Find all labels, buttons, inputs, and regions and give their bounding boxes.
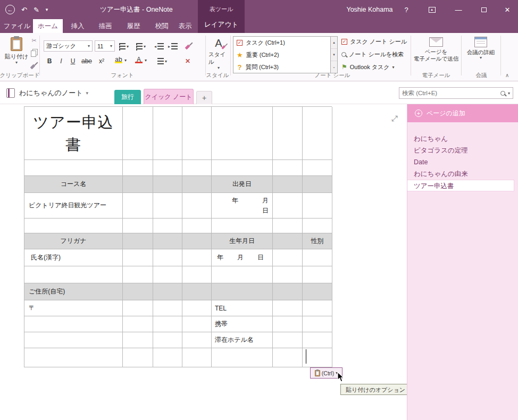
bold-button[interactable]: B [45, 56, 54, 66]
table-cell[interactable] [212, 283, 273, 300]
table-cell[interactable] [303, 332, 332, 348]
table-cell[interactable] [123, 316, 153, 332]
font-name-select[interactable]: 游ゴシック ▾ [44, 40, 93, 52]
table-cell[interactable] [182, 219, 212, 233]
search-icon[interactable] [500, 91, 505, 96]
numbered-list-button[interactable]: ▾ [136, 41, 146, 52]
tour-form-table[interactable]: ツアー申込書 コース名 出発日 ビクトリア終日観光ツアー 年 月 日 [24, 106, 332, 367]
indent-button[interactable]: ▸ [168, 41, 178, 52]
table-cell[interactable] [303, 107, 332, 160]
table-cell[interactable] [182, 300, 212, 316]
styles-button[interactable]: A スタイル ▾ [208, 35, 229, 73]
tab-home[interactable]: ホーム [33, 19, 63, 33]
table-cell[interactable] [182, 193, 212, 219]
table-cell[interactable] [303, 249, 332, 266]
table-cell[interactable] [153, 283, 182, 300]
search-input[interactable] [402, 90, 498, 96]
table-cell[interactable] [153, 219, 182, 233]
email-page-button[interactable]: ページを 電子メールで送信 [413, 35, 459, 62]
table-cell[interactable] [123, 300, 153, 316]
tab-file[interactable]: ファイル [3, 19, 31, 33]
course-value-cell[interactable]: ビクトリア終日観光ツアー [24, 193, 123, 219]
strikethrough-button[interactable]: abe [80, 56, 94, 66]
table-cell[interactable] [182, 233, 212, 249]
table-cell[interactable] [182, 316, 212, 332]
tab-history[interactable]: 履歴 [120, 19, 147, 33]
table-cell[interactable] [182, 107, 212, 160]
page-canvas[interactable]: ⤢ ツアー申込書 コース名 出発日 ビクトリア終日観光ツアー 年 月 [0, 104, 407, 420]
font-color-button[interactable]: A ▾ [134, 55, 147, 65]
maximize-button[interactable] [472, 0, 496, 19]
tel-label-cell[interactable]: TEL [212, 300, 273, 316]
paste-button[interactable]: 貼り付け ▾ [4, 35, 29, 73]
outdent-button[interactable]: ◂ [154, 41, 164, 52]
gallery-more-icon[interactable]: ⌄ [331, 61, 337, 73]
table-cell[interactable] [24, 219, 123, 233]
tab-draw[interactable]: 描画 [93, 19, 118, 33]
table-cell[interactable] [182, 283, 212, 300]
table-cell[interactable] [123, 160, 153, 176]
name-label-cell[interactable]: 氏名(漢字) [24, 249, 123, 266]
table-cell[interactable] [273, 176, 303, 193]
table-cell[interactable] [182, 160, 212, 176]
table-cell[interactable] [24, 348, 123, 367]
minimize-button[interactable]: — [447, 0, 470, 19]
superscript-button[interactable]: x² [97, 56, 106, 66]
hotel-label-cell[interactable]: 滞在ホテル名 [212, 332, 273, 348]
table-cell[interactable] [303, 300, 332, 316]
touch-mode-icon[interactable]: ✎ [34, 6, 39, 14]
page-list-item[interactable]: わにちゃん [407, 133, 518, 145]
format-brush-button[interactable] [185, 40, 193, 51]
table-cell[interactable] [123, 348, 153, 367]
table-cell[interactable] [273, 107, 303, 160]
table-cell[interactable] [123, 193, 153, 219]
page-list-item[interactable]: わにちゃんの由来 [407, 168, 518, 180]
table-cell[interactable] [182, 348, 212, 367]
table-cell[interactable] [123, 249, 153, 266]
italic-button[interactable]: I [56, 56, 66, 66]
back-icon[interactable]: ← [5, 5, 15, 14]
furigana-header-cell[interactable]: フリガナ [24, 233, 123, 249]
expand-table-icon[interactable]: ⤢ [391, 114, 398, 123]
table-cell[interactable] [303, 176, 332, 193]
task-note-seal-button[interactable]: ✓ タスク ノート シール [341, 37, 407, 46]
table-cell[interactable] [24, 160, 123, 176]
section-tab-quick-notes[interactable]: クイック ノート [144, 89, 194, 104]
mobile-label-cell[interactable]: 携帯 [212, 316, 273, 332]
tab-layout[interactable]: レイアウト [198, 20, 245, 29]
table-cell[interactable] [273, 300, 303, 316]
table-cell[interactable] [153, 193, 182, 219]
table-cell[interactable] [123, 233, 153, 249]
table-cell[interactable] [153, 300, 182, 316]
table-cell[interactable] [182, 332, 212, 348]
table-cell[interactable] [153, 348, 182, 367]
meeting-details-button[interactable]: 会議の詳細 ▾ [464, 35, 498, 60]
ribbon-display-options-icon[interactable]: ▴ [424, 0, 439, 19]
help-icon[interactable]: ? [400, 0, 413, 19]
form-title-cell[interactable]: ツアー申込書 [24, 107, 123, 160]
table-cell[interactable] [123, 332, 153, 348]
table-cell[interactable] [273, 348, 303, 367]
table-cell[interactable] [212, 219, 273, 233]
table-cell[interactable] [303, 348, 332, 367]
departure-header-cell[interactable]: 出発日 [212, 176, 273, 193]
table-cell[interactable] [24, 266, 123, 283]
table-cell[interactable] [212, 160, 273, 176]
format-painter-icon[interactable] [30, 61, 38, 69]
clear-formatting-button[interactable]: ✕ [185, 56, 190, 66]
table-cell[interactable] [153, 176, 182, 193]
postal-cell[interactable]: 〒 [24, 300, 123, 316]
table-cell[interactable] [212, 348, 273, 367]
table-cell[interactable] [273, 332, 303, 348]
table-cell[interactable] [153, 249, 182, 266]
table-cell[interactable] [273, 233, 303, 249]
user-name[interactable]: Yoshie Kohama [340, 0, 399, 19]
page-list-item[interactable]: Date [407, 156, 518, 168]
table-cell[interactable] [123, 107, 153, 160]
add-page-button[interactable]: + ページの追加 [407, 104, 518, 122]
section-tab-travel[interactable]: 旅行 [114, 90, 141, 104]
table-cell[interactable] [212, 266, 273, 283]
tab-review[interactable]: 校閲 [149, 19, 174, 33]
highlight-button[interactable]: ab ▾ [114, 55, 127, 65]
cut-icon[interactable]: ✂ [31, 37, 36, 44]
